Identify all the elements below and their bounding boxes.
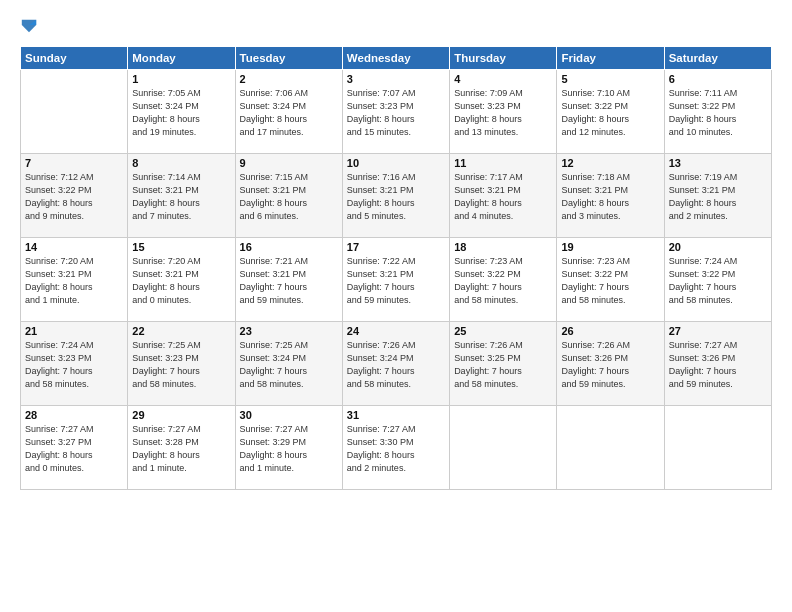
day-info: Sunrise: 7:23 AMSunset: 3:22 PMDaylight:… (454, 255, 552, 307)
day-info: Sunrise: 7:19 AMSunset: 3:21 PMDaylight:… (669, 171, 767, 223)
day-number: 11 (454, 157, 552, 169)
day-cell: 12Sunrise: 7:18 AMSunset: 3:21 PMDayligh… (557, 154, 664, 238)
day-info: Sunrise: 7:21 AMSunset: 3:21 PMDaylight:… (240, 255, 338, 307)
day-cell: 19Sunrise: 7:23 AMSunset: 3:22 PMDayligh… (557, 238, 664, 322)
day-number: 3 (347, 73, 445, 85)
day-number: 30 (240, 409, 338, 421)
week-row-1: 1Sunrise: 7:05 AMSunset: 3:24 PMDaylight… (21, 70, 772, 154)
day-info: Sunrise: 7:17 AMSunset: 3:21 PMDaylight:… (454, 171, 552, 223)
day-cell: 31Sunrise: 7:27 AMSunset: 3:30 PMDayligh… (342, 406, 449, 490)
day-info: Sunrise: 7:23 AMSunset: 3:22 PMDaylight:… (561, 255, 659, 307)
day-info: Sunrise: 7:27 AMSunset: 3:29 PMDaylight:… (240, 423, 338, 475)
day-cell (21, 70, 128, 154)
day-cell: 21Sunrise: 7:24 AMSunset: 3:23 PMDayligh… (21, 322, 128, 406)
day-number: 27 (669, 325, 767, 337)
day-cell: 2Sunrise: 7:06 AMSunset: 3:24 PMDaylight… (235, 70, 342, 154)
day-cell: 30Sunrise: 7:27 AMSunset: 3:29 PMDayligh… (235, 406, 342, 490)
day-cell: 3Sunrise: 7:07 AMSunset: 3:23 PMDaylight… (342, 70, 449, 154)
day-number: 24 (347, 325, 445, 337)
day-info: Sunrise: 7:18 AMSunset: 3:21 PMDaylight:… (561, 171, 659, 223)
weekday-header-saturday: Saturday (664, 47, 771, 70)
day-number: 6 (669, 73, 767, 85)
day-info: Sunrise: 7:27 AMSunset: 3:28 PMDaylight:… (132, 423, 230, 475)
day-cell: 28Sunrise: 7:27 AMSunset: 3:27 PMDayligh… (21, 406, 128, 490)
day-info: Sunrise: 7:20 AMSunset: 3:21 PMDaylight:… (132, 255, 230, 307)
day-info: Sunrise: 7:14 AMSunset: 3:21 PMDaylight:… (132, 171, 230, 223)
day-info: Sunrise: 7:06 AMSunset: 3:24 PMDaylight:… (240, 87, 338, 139)
day-number: 18 (454, 241, 552, 253)
day-number: 13 (669, 157, 767, 169)
day-number: 5 (561, 73, 659, 85)
day-number: 10 (347, 157, 445, 169)
day-number: 2 (240, 73, 338, 85)
day-cell: 8Sunrise: 7:14 AMSunset: 3:21 PMDaylight… (128, 154, 235, 238)
page: SundayMondayTuesdayWednesdayThursdayFrid… (0, 0, 792, 612)
day-info: Sunrise: 7:27 AMSunset: 3:26 PMDaylight:… (669, 339, 767, 391)
day-cell: 27Sunrise: 7:27 AMSunset: 3:26 PMDayligh… (664, 322, 771, 406)
day-cell: 25Sunrise: 7:26 AMSunset: 3:25 PMDayligh… (450, 322, 557, 406)
day-cell: 16Sunrise: 7:21 AMSunset: 3:21 PMDayligh… (235, 238, 342, 322)
day-number: 14 (25, 241, 123, 253)
day-number: 20 (669, 241, 767, 253)
day-info: Sunrise: 7:05 AMSunset: 3:24 PMDaylight:… (132, 87, 230, 139)
day-info: Sunrise: 7:09 AMSunset: 3:23 PMDaylight:… (454, 87, 552, 139)
day-info: Sunrise: 7:15 AMSunset: 3:21 PMDaylight:… (240, 171, 338, 223)
day-info: Sunrise: 7:25 AMSunset: 3:23 PMDaylight:… (132, 339, 230, 391)
calendar: SundayMondayTuesdayWednesdayThursdayFrid… (20, 46, 772, 490)
weekday-header-sunday: Sunday (21, 47, 128, 70)
day-cell: 1Sunrise: 7:05 AMSunset: 3:24 PMDaylight… (128, 70, 235, 154)
day-number: 23 (240, 325, 338, 337)
day-cell (450, 406, 557, 490)
day-info: Sunrise: 7:26 AMSunset: 3:24 PMDaylight:… (347, 339, 445, 391)
day-number: 7 (25, 157, 123, 169)
weekday-header-tuesday: Tuesday (235, 47, 342, 70)
day-info: Sunrise: 7:25 AMSunset: 3:24 PMDaylight:… (240, 339, 338, 391)
day-info: Sunrise: 7:10 AMSunset: 3:22 PMDaylight:… (561, 87, 659, 139)
weekday-header-thursday: Thursday (450, 47, 557, 70)
day-number: 1 (132, 73, 230, 85)
day-cell: 20Sunrise: 7:24 AMSunset: 3:22 PMDayligh… (664, 238, 771, 322)
day-cell: 5Sunrise: 7:10 AMSunset: 3:22 PMDaylight… (557, 70, 664, 154)
day-number: 4 (454, 73, 552, 85)
header (20, 16, 772, 36)
day-cell: 18Sunrise: 7:23 AMSunset: 3:22 PMDayligh… (450, 238, 557, 322)
day-info: Sunrise: 7:27 AMSunset: 3:30 PMDaylight:… (347, 423, 445, 475)
day-info: Sunrise: 7:12 AMSunset: 3:22 PMDaylight:… (25, 171, 123, 223)
day-number: 26 (561, 325, 659, 337)
logo-icon (20, 16, 38, 36)
day-info: Sunrise: 7:16 AMSunset: 3:21 PMDaylight:… (347, 171, 445, 223)
day-number: 16 (240, 241, 338, 253)
day-cell: 4Sunrise: 7:09 AMSunset: 3:23 PMDaylight… (450, 70, 557, 154)
day-info: Sunrise: 7:27 AMSunset: 3:27 PMDaylight:… (25, 423, 123, 475)
day-cell: 7Sunrise: 7:12 AMSunset: 3:22 PMDaylight… (21, 154, 128, 238)
day-number: 9 (240, 157, 338, 169)
weekday-header-monday: Monday (128, 47, 235, 70)
day-number: 19 (561, 241, 659, 253)
day-number: 29 (132, 409, 230, 421)
week-row-2: 7Sunrise: 7:12 AMSunset: 3:22 PMDaylight… (21, 154, 772, 238)
day-info: Sunrise: 7:22 AMSunset: 3:21 PMDaylight:… (347, 255, 445, 307)
day-info: Sunrise: 7:24 AMSunset: 3:23 PMDaylight:… (25, 339, 123, 391)
day-number: 25 (454, 325, 552, 337)
day-info: Sunrise: 7:11 AMSunset: 3:22 PMDaylight:… (669, 87, 767, 139)
day-number: 17 (347, 241, 445, 253)
day-info: Sunrise: 7:24 AMSunset: 3:22 PMDaylight:… (669, 255, 767, 307)
day-info: Sunrise: 7:20 AMSunset: 3:21 PMDaylight:… (25, 255, 123, 307)
weekday-header-row: SundayMondayTuesdayWednesdayThursdayFrid… (21, 47, 772, 70)
day-cell: 22Sunrise: 7:25 AMSunset: 3:23 PMDayligh… (128, 322, 235, 406)
day-cell: 13Sunrise: 7:19 AMSunset: 3:21 PMDayligh… (664, 154, 771, 238)
day-number: 21 (25, 325, 123, 337)
day-info: Sunrise: 7:26 AMSunset: 3:25 PMDaylight:… (454, 339, 552, 391)
weekday-header-wednesday: Wednesday (342, 47, 449, 70)
week-row-4: 21Sunrise: 7:24 AMSunset: 3:23 PMDayligh… (21, 322, 772, 406)
day-cell: 14Sunrise: 7:20 AMSunset: 3:21 PMDayligh… (21, 238, 128, 322)
day-number: 31 (347, 409, 445, 421)
day-cell: 29Sunrise: 7:27 AMSunset: 3:28 PMDayligh… (128, 406, 235, 490)
day-number: 28 (25, 409, 123, 421)
day-cell (557, 406, 664, 490)
weekday-header-friday: Friday (557, 47, 664, 70)
day-cell: 15Sunrise: 7:20 AMSunset: 3:21 PMDayligh… (128, 238, 235, 322)
day-cell: 24Sunrise: 7:26 AMSunset: 3:24 PMDayligh… (342, 322, 449, 406)
day-cell: 26Sunrise: 7:26 AMSunset: 3:26 PMDayligh… (557, 322, 664, 406)
day-cell (664, 406, 771, 490)
